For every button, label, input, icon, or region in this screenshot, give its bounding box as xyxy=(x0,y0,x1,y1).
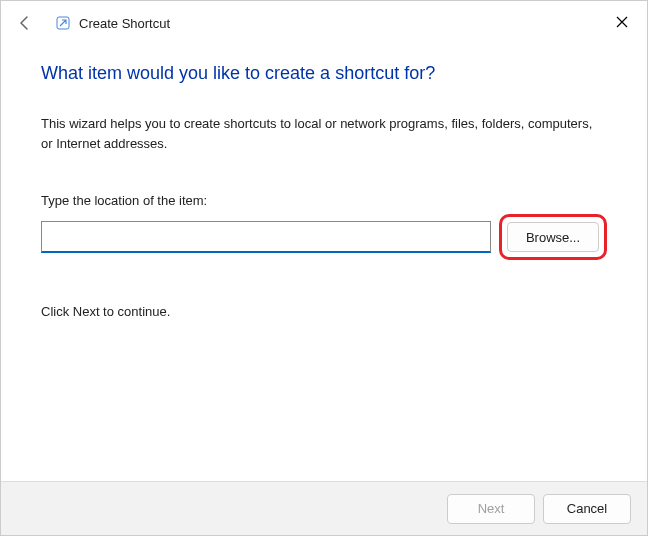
footer: Next Cancel xyxy=(1,481,647,535)
location-label: Type the location of the item: xyxy=(41,193,607,208)
window-title: Create Shortcut xyxy=(79,16,170,31)
shortcut-icon xyxy=(55,15,71,31)
content-area: What item would you like to create a sho… xyxy=(1,45,647,319)
page-heading: What item would you like to create a sho… xyxy=(41,63,607,84)
location-input[interactable] xyxy=(41,221,491,253)
description-text: This wizard helps you to create shortcut… xyxy=(41,114,607,153)
next-button[interactable]: Next xyxy=(447,494,535,524)
browse-highlight: Browse... xyxy=(499,214,607,260)
close-button[interactable] xyxy=(603,7,641,37)
titlebar: Create Shortcut xyxy=(1,1,647,45)
location-field-row: Browse... xyxy=(41,214,607,260)
continue-hint: Click Next to continue. xyxy=(41,304,607,319)
back-arrow-icon[interactable] xyxy=(13,11,37,35)
cancel-button[interactable]: Cancel xyxy=(543,494,631,524)
browse-button[interactable]: Browse... xyxy=(507,222,599,252)
